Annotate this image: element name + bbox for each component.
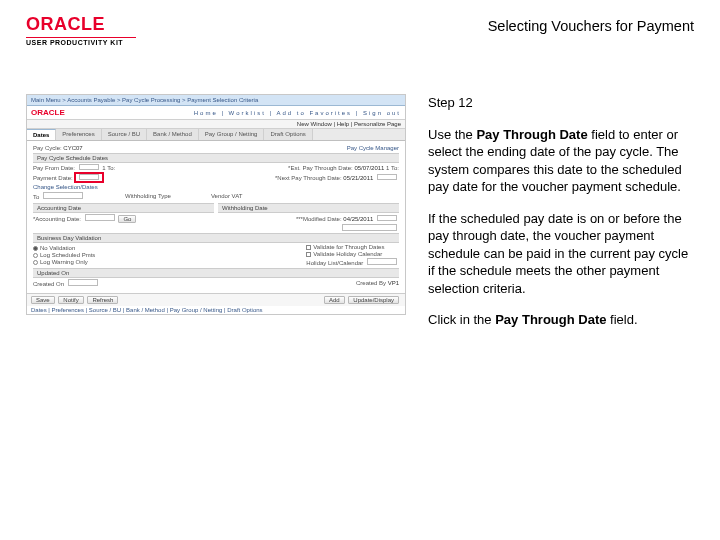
bottom-tab-links[interactable]: Dates | Preferences | Source / BU | Bank… [27, 306, 405, 314]
payment-date-highlight [74, 172, 104, 183]
section-withholding-date: Withholding Date [218, 203, 399, 213]
pay-cycle-value: CYC07 [63, 145, 82, 151]
p1-a: Use the [428, 127, 476, 142]
radio-log-scheduled[interactable] [33, 253, 38, 258]
tab-bank-method[interactable]: Bank / Method [147, 129, 199, 140]
section-schedule-dates: Pay Cycle Schedule Dates [33, 153, 399, 163]
content: Main Menu > Accounts Payable > Pay Cycle… [0, 52, 720, 343]
app-screenshot: Main Menu > Accounts Payable > Pay Cycle… [26, 94, 406, 315]
update-display-button[interactable]: Update/Display [348, 296, 399, 304]
app-topbar: Main Menu > Accounts Payable > Pay Cycle… [27, 95, 405, 106]
to-label-1: 1 [102, 165, 105, 171]
section-updated-on: Updated On [33, 268, 399, 278]
tab-preferences[interactable]: Preferences [56, 129, 101, 140]
pay-from-date-label: Pay From Date: [33, 165, 75, 171]
tab-draft-options[interactable]: Draft Options [264, 129, 312, 140]
instruction-paragraph-3: Click in the Pay Through Date field. [428, 311, 694, 329]
created-by-value: VP1 [388, 280, 399, 286]
add-button[interactable]: Add [324, 296, 345, 304]
to-label-2: To [33, 194, 39, 200]
opt-log-warning: Log Warning Only [40, 259, 88, 265]
header: ORACLE USER PRODUCTIVITY KIT Selecting V… [0, 0, 720, 52]
go-button[interactable]: Go [118, 215, 136, 223]
payment-date-select[interactable] [342, 224, 397, 231]
logo-divider [26, 37, 136, 38]
app-subnav: New Window | Help | Personalize Page [27, 120, 405, 129]
p3-a: Click in the [428, 312, 495, 327]
refresh-button[interactable]: Refresh [87, 296, 118, 304]
to-label-1b: To: [107, 165, 115, 171]
p3-bold: Pay Through Date [495, 312, 606, 327]
next-pay-through-value: 05/21/2011 [343, 175, 373, 181]
instruction-column: Step 12 Use the Pay Through Date field t… [428, 94, 694, 343]
logo-block: ORACLE USER PRODUCTIVITY KIT [26, 14, 136, 46]
payment-date-field[interactable] [79, 174, 99, 180]
created-on-field[interactable] [68, 279, 98, 286]
notify-button[interactable]: Notify [58, 296, 83, 304]
holiday-list-label: Holiday List/Calendar [306, 260, 363, 266]
instruction-paragraph-2: If the scheduled pay date is on or befor… [428, 210, 694, 298]
app-brand: ORACLE [31, 108, 65, 117]
next-pay-through-label: *Next Pay Through Date: [275, 175, 342, 181]
section-accounting-date: Accounting Date [33, 203, 214, 213]
modified-date-spin[interactable] [377, 215, 397, 221]
modified-date-label: ***Modified Date: [296, 216, 342, 222]
pay-from-date-field[interactable] [79, 164, 99, 170]
vendor-vat-label: Vendor VAT [211, 193, 242, 199]
breadcrumb: Main Menu > Accounts Payable > Pay Cycle… [31, 97, 258, 103]
modified-date-value: 04/25/2011 [343, 216, 373, 222]
check-validate-holiday[interactable] [306, 252, 311, 257]
pay-cycle-label: Pay Cycle: [33, 145, 62, 151]
opt-validate-through: Validate for Through Dates [313, 244, 384, 250]
created-on-label: Created On [33, 281, 64, 287]
pay-cycle-manager-link[interactable]: Pay Cycle Manager [347, 145, 399, 151]
save-button[interactable]: Save [31, 296, 55, 304]
app-body: Pay Cycle: CYC07 Pay Cycle Manager Pay C… [27, 141, 405, 291]
accounting-date-label: *Accounting Date: [33, 216, 81, 222]
to-field-a[interactable] [43, 192, 83, 199]
change-selection-link[interactable]: Change Selection/Dates [33, 184, 98, 190]
next-pay-through-spin[interactable] [377, 174, 397, 180]
holiday-list-field[interactable] [367, 258, 397, 265]
screenshot-column: Main Menu > Accounts Payable > Pay Cycle… [26, 94, 406, 343]
opt-validate-holiday: Validate Holiday Calendar [313, 251, 382, 257]
app-top-links: Home | Worklist | Add to Favorites | Sig… [194, 110, 401, 116]
section-business-day-validation: Business Day Validation [33, 233, 399, 243]
radio-log-warning[interactable] [33, 260, 38, 265]
radio-no-validation[interactable] [33, 246, 38, 251]
page-title: Selecting Vouchers for Payment [488, 18, 694, 34]
withholding-type-label: Withholding Type [125, 193, 171, 199]
app-brand-row: ORACLE Home | Worklist | Add to Favorite… [27, 106, 405, 120]
app-button-bar: Save Notify Refresh Add Update/Display [27, 293, 405, 306]
instruction-paragraph-1: Use the Pay Through Date field to enter … [428, 126, 694, 196]
opt-no-validation: No Validation [40, 245, 75, 251]
accounting-date-field[interactable] [85, 214, 115, 221]
tab-strip: Dates Preferences Source / BU Bank / Met… [27, 129, 405, 141]
p3-b: field. [606, 312, 637, 327]
logo-subtitle: USER PRODUCTIVITY KIT [26, 39, 136, 46]
opt-log-scheduled: Log Scheduled Pmts [40, 252, 95, 258]
p1-bold: Pay Through Date [476, 127, 587, 142]
tab-source-bu[interactable]: Source / BU [102, 129, 147, 140]
pt-num: 1 [386, 165, 389, 171]
logo-brand: ORACLE [26, 14, 136, 35]
pt-to: To: [391, 165, 399, 171]
check-validate-through[interactable] [306, 245, 311, 250]
step-label: Step 12 [428, 94, 694, 112]
tab-dates[interactable]: Dates [27, 129, 56, 140]
tab-pay-group[interactable]: Pay Group / Netting [199, 129, 265, 140]
pay-through-date-label: *Est. Pay Through Date: [288, 165, 353, 171]
pay-through-date-value: 05/07/2011 [354, 165, 384, 171]
created-by-label: Created By [356, 280, 386, 286]
payment-date-label: Payment Date: [33, 175, 73, 181]
